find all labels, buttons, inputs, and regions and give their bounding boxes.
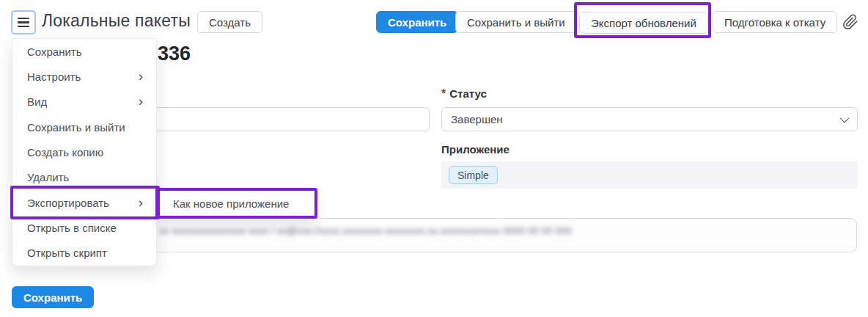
menu-item-label: Сохранить и выйти xyxy=(27,121,125,134)
menu-item-label: Вид xyxy=(27,95,47,108)
save-and-exit-button[interactable]: Сохранить и выйти xyxy=(455,11,577,33)
page-title: Локальные пакеты xyxy=(42,11,191,31)
required-asterisk: * xyxy=(441,87,446,100)
application-field-row xyxy=(441,161,858,189)
submenu-arrow-icon: › xyxy=(139,94,143,108)
menu-item-label: Экспортировать xyxy=(27,197,109,209)
rollback-prep-button[interactable]: Подготовка к откату xyxy=(713,11,837,33)
save-button[interactable]: Сохранить xyxy=(376,11,458,33)
status-select[interactable]: Завершен xyxy=(441,107,858,131)
menu-item-label: Открыть в списке xyxy=(27,222,117,234)
menu-item-delete[interactable]: Удалить xyxy=(12,165,156,190)
burger-icon xyxy=(18,18,29,20)
submenu-arrow-icon: › xyxy=(139,195,143,209)
status-selected-value: Завершен xyxy=(451,113,503,125)
menu-item-create-copy[interactable]: Создать копию xyxy=(12,139,156,164)
menu-item-label: Создать копию xyxy=(27,146,103,158)
menu-item-save-and-exit[interactable]: Сохранить и выйти xyxy=(12,114,156,139)
status-label-text: Статус xyxy=(449,87,487,100)
menu-item-save[interactable]: Сохранить xyxy=(12,39,156,64)
submenu-arrow-icon: › xyxy=(139,69,143,83)
record-number-heading: 336 xyxy=(158,43,191,65)
menu-item-label: Настроить xyxy=(27,70,81,83)
submenu-item-as-new-application[interactable]: Как новое приложение xyxy=(158,190,315,217)
menu-item-configure[interactable]: Настроить › xyxy=(12,64,156,89)
name-input[interactable] xyxy=(150,107,430,131)
export-updates-button[interactable]: Экспорт обновлений xyxy=(579,12,708,34)
application-label: Приложение xyxy=(441,143,510,156)
chevron-down-icon xyxy=(840,114,850,123)
menu-item-open-script[interactable]: Открыть скрипт xyxy=(12,241,156,266)
burger-icon xyxy=(18,21,29,23)
burger-icon xyxy=(18,26,29,28)
context-menu: Сохранить Настроить › Вид › Сохранить и … xyxy=(12,38,157,266)
menu-item-view[interactable]: Вид › xyxy=(12,90,156,114)
local-packages-page: Локальные пакеты Создать Сохранить Сохра… xyxy=(0,0,868,317)
attachment-paperclip-icon[interactable] xyxy=(840,12,861,32)
menu-item-open-in-list[interactable]: Открыть в списке xyxy=(12,215,156,240)
menu-item-label: Открыть скрипт xyxy=(27,247,107,259)
status-field-label: *Статус xyxy=(441,87,487,101)
application-badge[interactable]: Simple xyxy=(449,166,498,184)
redacted-text: xx xxxxxxxxxxxxxxx xxxx / xx@xxx://xxxx.… xyxy=(159,225,572,236)
menu-item-label: Сохранить xyxy=(27,45,82,58)
menu-item-label: Удалить xyxy=(27,171,69,183)
burger-menu-button[interactable] xyxy=(11,10,36,34)
footer-save-button[interactable]: Сохранить xyxy=(12,286,94,308)
menu-item-export[interactable]: Экспортировать › xyxy=(12,190,156,215)
create-button[interactable]: Создать xyxy=(197,11,262,33)
description-textarea[interactable]: xx xxxxxxxxxxxxxxx xxxx / xx@xxx://xxxx.… xyxy=(150,218,857,252)
